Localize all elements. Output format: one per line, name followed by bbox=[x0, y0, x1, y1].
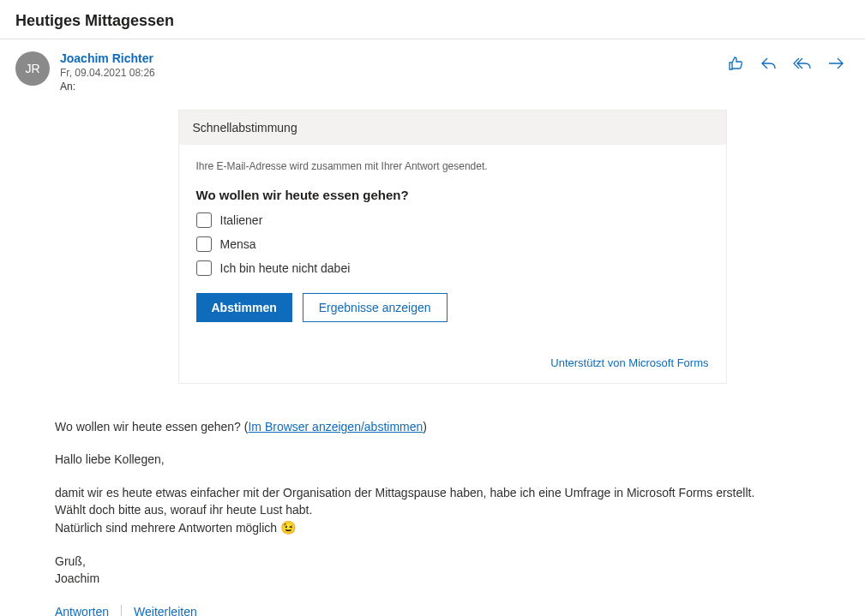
poll-option-0[interactable]: Italiener bbox=[196, 212, 709, 228]
forward-icon[interactable] bbox=[827, 55, 844, 72]
email-meta-row: JR Joachim Richter Fr, 09.04.2021 08:26 … bbox=[0, 39, 865, 93]
wink-emoji-icon: 😉 bbox=[280, 520, 297, 535]
poll-notice: Ihre E-Mail-Adresse wird zusammen mit Ih… bbox=[196, 160, 709, 172]
email-header: Heutiges Mittagessen bbox=[0, 0, 865, 39]
body-signoff1: Gruß, bbox=[55, 553, 850, 570]
sender-date: Fr, 09.04.2021 08:26 bbox=[60, 67, 728, 79]
body-line2: Wählt doch bitte aus, worauf ihr heute L… bbox=[55, 501, 850, 518]
checkbox-icon[interactable] bbox=[196, 236, 212, 252]
reply-link[interactable]: Antworten bbox=[55, 605, 109, 616]
intro-close: ) bbox=[423, 420, 427, 434]
body-intro: Wo wollen wir heute essen gehen? (Im Bro… bbox=[55, 418, 850, 435]
checkbox-icon[interactable] bbox=[196, 212, 212, 228]
intro-question-text: Wo wollen wir heute essen gehen? ( bbox=[55, 420, 248, 434]
message-actions bbox=[728, 51, 850, 72]
poll-option-label: Ich bin heute nicht dabei bbox=[220, 261, 351, 275]
reply-all-icon[interactable] bbox=[793, 55, 812, 72]
body-greeting: Hallo liebe Kollegen, bbox=[55, 451, 850, 468]
poll-option-label: Italiener bbox=[220, 213, 263, 227]
browser-view-link[interactable]: Im Browser anzeigen/abstimmen bbox=[248, 420, 423, 434]
bottom-actions: Antworten Weiterleiten bbox=[55, 605, 850, 616]
sender-name[interactable]: Joachim Richter bbox=[60, 51, 728, 65]
poll-option-label: Mensa bbox=[220, 237, 256, 251]
email-body-text: Wo wollen wir heute essen gehen? (Im Bro… bbox=[55, 418, 850, 588]
poll-buttons: Abstimmen Ergebnisse anzeigen bbox=[196, 293, 709, 322]
poll-body: Ihre E-Mail-Adresse wird zusammen mit Ih… bbox=[179, 145, 726, 339]
poll-footer[interactable]: Unterstützt von Microsoft Forms bbox=[179, 339, 726, 383]
body-line1: damit wir es heute etwas einfacher mit d… bbox=[55, 484, 850, 501]
email-content: Schnellabstimmung Ihre E-Mail-Adresse wi… bbox=[0, 110, 865, 616]
email-subject: Heutiges Mittagessen bbox=[15, 12, 850, 30]
poll-question: Wo wollen wir heute essen gehen? bbox=[196, 188, 709, 202]
poll-option-1[interactable]: Mensa bbox=[196, 236, 709, 252]
forward-link[interactable]: Weiterleiten bbox=[134, 605, 197, 616]
body-line3-text: Natürlich sind mehrere Antworten möglich bbox=[55, 521, 280, 535]
sender-block: Joachim Richter Fr, 09.04.2021 08:26 An: bbox=[60, 51, 728, 93]
like-icon[interactable] bbox=[728, 55, 745, 72]
divider bbox=[121, 605, 122, 616]
body-line3: Natürlich sind mehrere Antworten möglich… bbox=[55, 518, 850, 537]
to-line: An: bbox=[60, 81, 728, 93]
checkbox-icon[interactable] bbox=[196, 260, 212, 276]
sender-avatar[interactable]: JR bbox=[15, 51, 50, 86]
poll-card: Schnellabstimmung Ihre E-Mail-Adresse wi… bbox=[178, 110, 727, 384]
vote-button[interactable]: Abstimmen bbox=[196, 293, 292, 322]
body-signoff2: Joachim bbox=[55, 570, 850, 587]
show-results-button[interactable]: Ergebnisse anzeigen bbox=[303, 293, 448, 322]
reply-icon[interactable] bbox=[760, 55, 778, 72]
poll-option-2[interactable]: Ich bin heute nicht dabei bbox=[196, 260, 709, 276]
poll-header: Schnellabstimmung bbox=[179, 111, 726, 145]
